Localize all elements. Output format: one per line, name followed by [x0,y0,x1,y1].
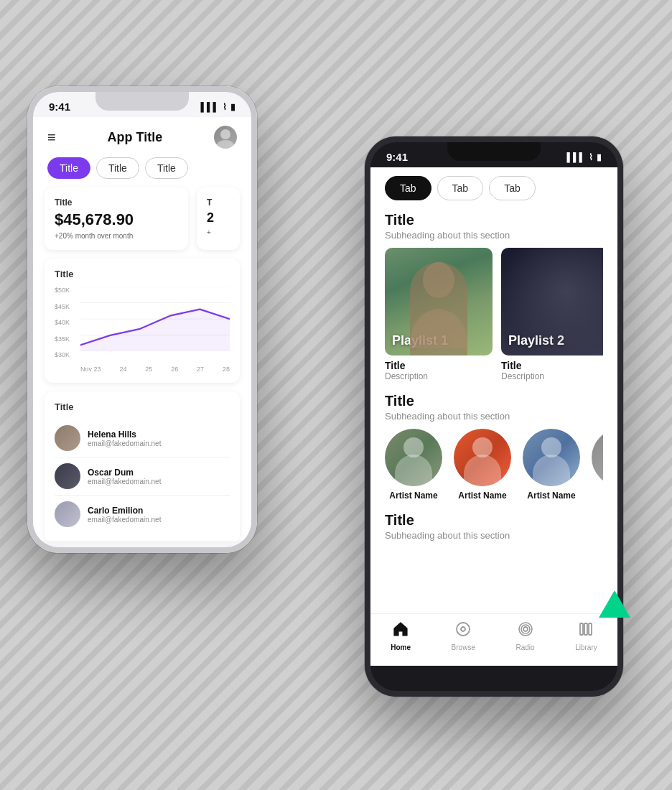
card-main-label: Title [55,198,178,208]
svg-rect-13 [584,623,587,635]
playlist-overlay-0: Playlist 1 [392,333,448,348]
phone-1-app-title: App Title [108,130,163,145]
playlist-row: Playlist 1 Title [385,248,603,384]
artist-circle-1 [454,429,511,486]
card-small-label: T [207,198,230,208]
list-avatar-2 [55,501,80,527]
phone-2-section-2: Title Subheading about this section Arti… [370,390,617,509]
card-main-value: $45,678.90 [55,210,178,229]
list-item-1: Oscar Dum email@fakedomain.net [55,457,230,496]
playlist-img-inner-1: Playlist 2 [501,248,603,356]
section1-title: Title [385,212,603,228]
svg-point-11 [523,627,528,631]
phone-1-cards: Title $45,678.90 +20% month over month T… [33,187,251,259]
x-label-4: 27 [197,366,204,373]
nav-radio[interactable]: Radio [515,621,534,651]
artist-circle-0 [385,429,442,486]
list-info-2: Carlo Emilion email@fakedomain.net [88,506,230,524]
list-info-1: Oscar Dum email@fakedomain.net [88,468,230,485]
phone-2: 9:41 ▌▌▌ ⌇ ▮ Tab Tab Tab Title Su [365,136,623,697]
phone-2-tabs: Tab Tab Tab [370,167,617,209]
phone-2-status-icons: ▌▌▌ ⌇ ▮ [566,152,602,162]
chart-x-labels: Nov 23 24 25 26 27 28 [80,366,230,373]
phone-1-tab-0[interactable]: Title [47,157,90,179]
section3-sub: Subheading about this section [385,530,603,541]
signal-icon: ▌▌▌ [200,102,219,112]
green-triangle-decoration [599,590,630,618]
nav-library[interactable]: Library [575,621,597,651]
list-name-1: Oscar Dum [88,468,230,478]
nav-browse[interactable]: Browse [452,621,475,651]
artist-item-0[interactable]: Artist Name [385,429,442,501]
list-email-0: email@fakedomain.net [88,440,230,447]
artist-item-2[interactable]: Artist Name [523,429,580,501]
radio-icon [518,621,533,641]
x-label-0: Nov 23 [80,366,101,373]
artist-name-1: Artist Name [458,491,506,501]
section1-sub: Subheading about this section [385,230,603,241]
phone-1-header: ≡ App Title [33,117,251,157]
playlist-img-inner-0: Playlist 1 [385,248,493,356]
artist-item-3-partial [592,429,603,501]
artists-row: Artist Name Artist Name [385,429,603,503]
phone-1-avatar[interactable] [214,126,237,149]
phone-1-tab-2[interactable]: Title [145,157,188,179]
x-label-1: 24 [119,366,126,373]
playlist-card-0[interactable]: Playlist 1 Title [385,248,493,381]
svg-marker-7 [80,310,230,352]
nav-home[interactable]: Home [391,621,411,651]
x-label-5: 28 [223,366,230,373]
playlist-name-1: Title [501,360,603,371]
section3-title: Title [385,512,603,529]
browse-icon [455,621,471,641]
y-label-4: $30K [55,351,70,358]
scene: 9:41 ▌▌▌ ⌇ ▮ ≡ App Title [27,43,645,747]
artist-person-0 [385,429,442,486]
nav-library-label: Library [575,643,597,651]
library-icon [578,621,594,641]
card-small-sub: + [207,228,230,236]
list-title: Title [55,401,230,412]
phone-1-status-icons: ▌▌▌ ⌇ ▮ [200,102,235,112]
artist-name-0: Artist Name [389,491,437,501]
playlist-card-1[interactable]: Playlist 2 Title Description [501,248,603,381]
svg-rect-12 [580,623,583,635]
phone-2-tab-0[interactable]: Tab [385,176,431,200]
menu-icon[interactable]: ≡ [47,129,56,146]
svg-point-0 [220,129,230,139]
phone-2-bottom-nav: Home Browse [370,613,617,666]
nav-home-label: Home [391,643,411,651]
x-label-2: 25 [145,366,152,373]
phone-1-chart-section: Title $50K $45K $40K $35K $30K [45,259,240,383]
chart-title: Title [55,269,230,279]
phone-2-tab-2[interactable]: Tab [489,176,536,200]
y-label-2: $40K [55,319,70,326]
artist-item-1[interactable]: Artist Name [454,429,511,501]
artist-circle-3-partial [592,429,603,486]
y-label-1: $45K [55,303,70,310]
phone-1-notch [95,92,189,111]
list-item-2: Carlo Emilion email@fakedomain.net [55,496,230,533]
card-main-sub: +20% month over month [55,232,178,240]
phone-1-list-section: Title Helena Hills email@fakedomain.net … [45,391,240,541]
playlist-overlay-1: Playlist 2 [508,333,564,348]
p2-battery-icon: ▮ [597,152,602,162]
playlist-desc-0: Description [385,371,493,381]
playlist-img-0: Playlist 1 [385,248,493,356]
phone-1-tab-1[interactable]: Title [96,157,139,179]
artist-circle-2 [523,429,580,486]
artist-name-2: Artist Name [527,491,575,501]
artist-person-1 [454,429,511,486]
chart-area: $50K $45K $40K $35K $30K [55,287,230,373]
wifi-icon: ⌇ [223,102,227,112]
phone-2-section-3: Title Subheading about this section [370,509,617,554]
playlist-desc-1: Description [501,371,603,381]
chart-y-labels: $50K $45K $40K $35K $30K [55,287,70,358]
phone-2-tab-1[interactable]: Tab [437,176,484,200]
nav-browse-label: Browse [452,643,475,651]
list-avatar-0 [55,425,80,451]
playlist-name-0: Title [385,360,493,371]
battery-icon: ▮ [230,102,235,112]
phone-2-time: 9:41 [386,151,408,163]
phone-1-time: 9:41 [49,101,70,113]
